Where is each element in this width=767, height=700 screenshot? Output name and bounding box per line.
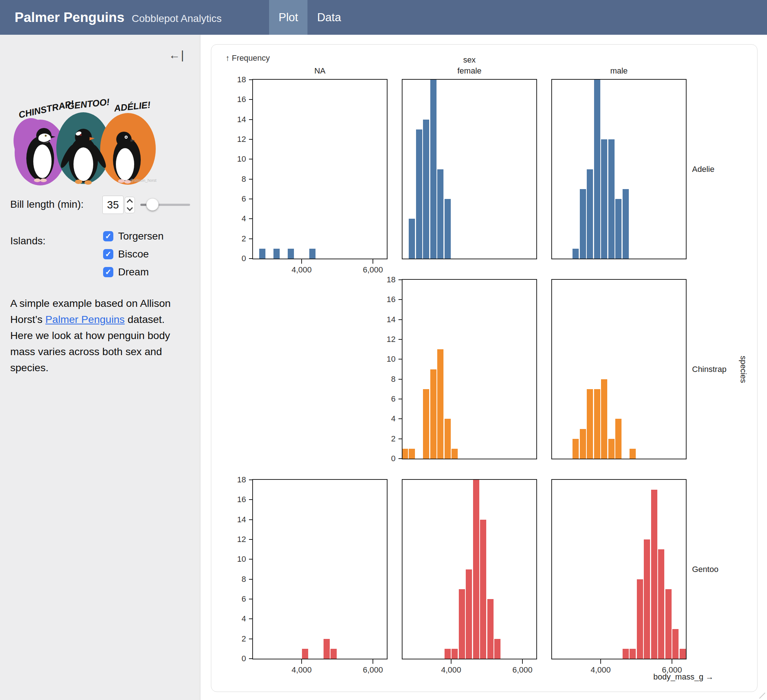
island-checkbox-dream[interactable]: ✓Dream <box>103 266 164 278</box>
tab-data[interactable]: Data <box>307 0 350 35</box>
checkbox-label: Torgersen <box>118 230 164 242</box>
islands-checkbox-group: ✓Torgersen✓Biscoe✓Dream <box>103 230 164 278</box>
island-checkbox-biscoe[interactable]: ✓Biscoe <box>103 248 164 260</box>
bill-length-input[interactable]: 35 <box>102 196 124 214</box>
bill-length-slider[interactable] <box>140 204 190 206</box>
checkbox-label: Dream <box>118 266 149 278</box>
app-title: Palmer Penguins <box>14 0 124 35</box>
bill-length-label: Bill length (min): <box>10 199 84 210</box>
checkbox-icon[interactable]: ✓ <box>103 231 113 241</box>
checkbox-icon[interactable]: ✓ <box>103 267 113 277</box>
sidebar-description: A simple example based on Allison Horst’… <box>10 295 186 376</box>
illustration-label-adelie: ADÉLIE! <box>113 99 151 113</box>
header-bar: Palmer Penguins Cobblepot Analytics Plot… <box>0 0 767 35</box>
island-checkbox-torgersen[interactable]: ✓Torgersen <box>103 230 164 242</box>
app-window: Palmer Penguins Cobblepot Analytics Plot… <box>0 0 767 700</box>
nav-tabs: PlotData <box>269 0 351 35</box>
brand: Palmer Penguins Cobblepot Analytics <box>14 0 221 35</box>
window-resize-grip[interactable] <box>759 693 765 699</box>
plot-card <box>211 44 757 692</box>
illustration-credit: @allison_horst <box>130 178 156 182</box>
bill-length-stepper[interactable] <box>125 197 135 213</box>
illustration-label-chinstrap: CHINSTRAP! <box>18 98 75 120</box>
checkbox-icon[interactable]: ✓ <box>103 249 113 259</box>
app-subtitle: Cobblepot Analytics <box>132 13 221 24</box>
stepper-up-icon[interactable] <box>127 199 133 205</box>
islands-label: Islands: <box>10 235 46 247</box>
palmer-penguins-link[interactable]: Palmer Penguins <box>45 313 125 325</box>
stepper-down-icon[interactable] <box>127 205 133 211</box>
tab-plot[interactable]: Plot <box>269 0 307 35</box>
slider-thumb[interactable] <box>146 198 159 210</box>
checkbox-label: Biscoe <box>118 248 149 260</box>
illustration-label-gentoo: GENTOO! <box>67 97 110 111</box>
penguins-illustration: CHINSTRAP! GENTOO! ADÉLIE! @allison_hors… <box>9 97 166 189</box>
sidebar-collapse-icon[interactable]: ←| <box>169 49 185 62</box>
sidebar: ←| <box>0 35 201 700</box>
